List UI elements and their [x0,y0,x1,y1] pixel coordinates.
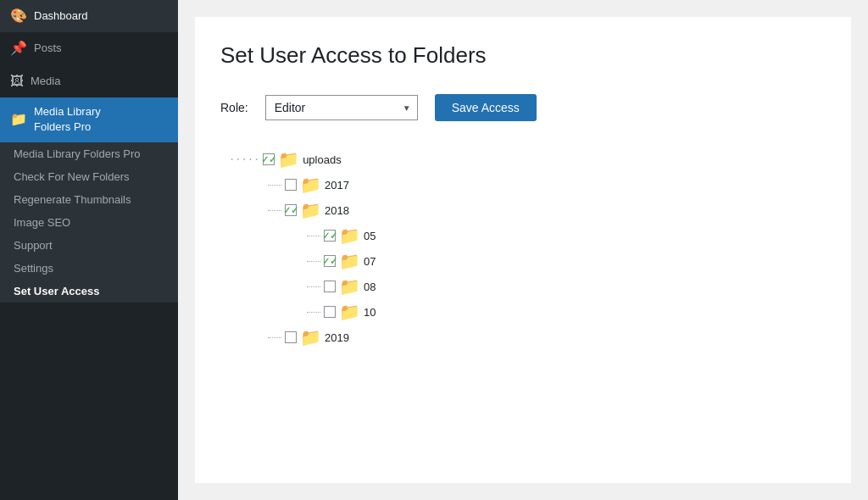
folder-tree: ····· ✓ 📁 uploads 📁 2017 [229,147,826,350]
sidebar: 🎨 Dashboard 📌 Posts 🖼 Media 📁 Media Libr… [0,0,178,500]
folder-icon-uploads: 📁 [278,149,299,169]
tree-node-2019: 📁 2019 [268,325,826,350]
folder-label-2019: 2019 [325,331,349,344]
checkbox-2017[interactable] [285,179,297,191]
sidebar-item-dashboard[interactable]: 🎨 Dashboard [0,0,178,32]
checkbox-08[interactable] [324,281,336,292]
folder-label-08: 08 [364,281,376,293]
tree-node-10: 📁 10 [307,299,826,325]
checkbox-05[interactable]: ✓ [324,230,336,242]
checkbox-10[interactable] [324,306,336,318]
checkbox-2018[interactable]: ✓ [285,204,297,216]
2018-children: ✓ 📁 05 ✓ 📁 07 [307,223,826,325]
sub-item-check-folders[interactable]: Check For New Folders [0,165,178,188]
sub-item-support[interactable]: Support [0,234,178,257]
tree-node-07: ✓ 📁 07 [307,248,826,274]
main-content: Set User Access to Folders Role: Adminis… [178,0,868,500]
checkbox-uploads[interactable]: ✓ [263,153,275,165]
sidebar-item-mlf-pro[interactable]: 📁 Media LibraryFolders Pro [0,97,178,142]
folder-icon-2018: 📁 [300,200,321,220]
folder-label-05: 05 [364,230,376,242]
folder-label-10: 10 [364,306,376,319]
folder-label-2017: 2017 [325,179,349,192]
media-icon: 🖼 [10,72,24,91]
uploads-children: 📁 2017 ✓ 📁 2018 [268,172,826,350]
sidebar-item-posts[interactable]: 📌 Posts [0,32,178,64]
dashboard-icon: 🎨 [10,7,27,25]
checkbox-2019[interactable] [285,331,297,343]
posts-icon: 📌 [10,39,27,58]
sub-item-settings[interactable]: Settings [0,257,178,280]
sub-item-image-seo[interactable]: Image SEO [0,211,178,234]
role-row: Role: Administrator Editor Author Contri… [220,94,826,121]
sub-item-regen-thumbnails[interactable]: Regenerate Thumbnails [0,188,178,211]
sidebar-submenu: Media Library Folders Pro Check For New … [0,142,178,303]
page-title: Set User Access to Folders [220,42,826,69]
folder-label-2018: 2018 [325,204,349,217]
sidebar-item-media[interactable]: 🖼 Media [0,65,178,97]
tree-node-05: ✓ 📁 05 [307,223,826,248]
folder-label-07: 07 [364,255,376,268]
folder-icon-10: 📁 [339,302,360,322]
folder-icon-07: 📁 [339,251,360,271]
tree-node-uploads: ····· ✓ 📁 uploads [229,147,826,172]
folder-label-uploads: uploads [303,153,342,166]
sub-item-mlf-pro[interactable]: Media Library Folders Pro [0,142,178,165]
save-access-button[interactable]: Save Access [435,94,537,121]
folder-icon-05: 📁 [339,225,360,246]
tree-node-2017: 📁 2017 [268,172,826,197]
role-select-wrapper[interactable]: Administrator Editor Author Contributor … [265,95,418,120]
tree-node-08: 📁 08 [307,274,826,299]
checkbox-07[interactable]: ✓ [324,255,336,267]
folder-pro-icon: 📁 [10,110,27,129]
role-select[interactable]: Administrator Editor Author Contributor … [265,95,418,120]
content-area: Set User Access to Folders Role: Adminis… [195,17,851,483]
role-label: Role: [220,101,248,114]
folder-icon-08: 📁 [339,276,360,297]
folder-icon-2017: 📁 [300,175,321,195]
tree-node-2018: ✓ 📁 2018 [268,197,826,223]
sub-item-set-user-access[interactable]: Set User Access [0,280,178,303]
folder-icon-2019: 📁 [300,327,321,347]
